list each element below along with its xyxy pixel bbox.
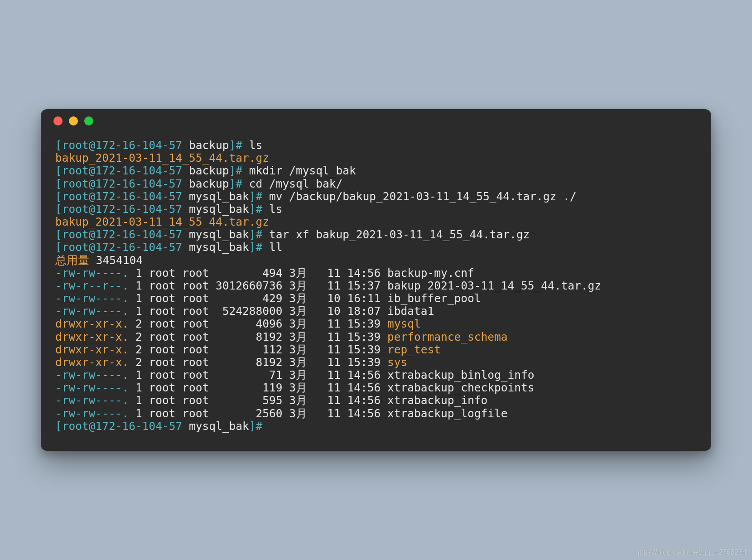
ll-row: -rw-rw----. 1 root root 494 3月 11 14:56 …: [55, 267, 697, 280]
ll-file-name: ib_buffer_pool: [387, 292, 481, 305]
prompt-bracket: ]#: [229, 139, 243, 152]
command-text: tar xf bakup_2021-03-11_14_55_44.tar.gz: [269, 228, 530, 241]
terminal-line: [root@172-16-104-57 mysql_bak]# tar xf b…: [55, 228, 697, 241]
terminal-window: [root@172-16-104-57 backup]# lsbakup_202…: [41, 109, 711, 451]
prompt-user-host: root@172-16-104-57: [62, 177, 183, 190]
prompt-bracket: [: [55, 139, 62, 152]
ll-file-name: xtrabackup_logfile: [387, 407, 508, 420]
ll-perm: drwxr-xr-x.: [55, 330, 129, 343]
ll-meta: 1 root root 595 3月 11 14:56: [129, 394, 387, 407]
terminal-line: bakup_2021-03-11_14_55_44.tar.gz: [55, 152, 697, 164]
prompt-user-host: root@172-16-104-57: [62, 164, 183, 177]
prompt-bracket: ]#: [229, 164, 243, 177]
window-titlebar: [41, 109, 711, 133]
ll-perm: -rw-rw----.: [55, 407, 129, 420]
command-text: mv /backup/bakup_2021-03-11_14_55_44.tar…: [269, 190, 577, 203]
prompt-bracket: ]#: [249, 420, 263, 433]
prompt-bracket: [: [55, 177, 62, 190]
ll-dir-name: sys: [387, 356, 407, 369]
ll-perm: -rw-rw----.: [55, 304, 129, 318]
ll-dir-name: rep_test: [387, 343, 441, 356]
prompt-user-host: root@172-16-104-57: [62, 190, 183, 203]
ll-row: drwxr-xr-x. 2 root root 8192 3月 11 15:39…: [55, 356, 697, 369]
prompt-dir: backup: [189, 164, 229, 177]
ll-perm: -rw-rw----.: [55, 394, 129, 407]
ll-total-label: 总用量: [55, 254, 89, 267]
ll-meta: 1 root root 71 3月 11 14:56: [129, 368, 387, 381]
prompt-bracket: ]#: [249, 241, 263, 254]
maximize-icon[interactable]: [84, 116, 93, 126]
terminal-line: [root@172-16-104-57 mysql_bak]# ls: [55, 203, 697, 216]
command-text: ll: [269, 241, 283, 254]
minimize-icon[interactable]: [69, 116, 78, 126]
prompt-bracket: [: [55, 228, 62, 241]
terminal-line: 总用量 3454104: [55, 254, 697, 267]
terminal-line: [root@172-16-104-57 backup]# mkdir /mysq…: [55, 164, 697, 177]
terminal-line: [root@172-16-104-57 backup]# cd /mysql_b…: [55, 178, 697, 190]
watermark-text: https://blog.csdn.net/qq_42768234: [635, 548, 747, 556]
prompt-bracket: ]#: [249, 190, 263, 203]
prompt-bracket: [: [55, 164, 62, 177]
prompt-dir: mysql_bak: [189, 241, 249, 254]
ll-perm: -rw-r--r--.: [55, 279, 129, 292]
ll-row: -rw-rw----. 1 root root 429 3月 10 16:11 …: [55, 292, 697, 305]
prompt-bracket: ]#: [249, 228, 263, 241]
ll-file-name: ibdata1: [387, 304, 434, 318]
ls-output-file: bakup_2021-03-11_14_55_44.tar.gz: [55, 151, 269, 164]
ll-perm: drwxr-xr-x.: [55, 317, 129, 330]
prompt-user-host: root@172-16-104-57: [62, 420, 183, 433]
prompt-bracket: ]#: [229, 177, 243, 190]
ll-row: -rw-rw----. 1 root root 119 3月 11 14:56 …: [55, 381, 697, 394]
ll-meta: 1 root root 3012660736 3月 11 15:37: [129, 279, 387, 292]
ll-meta: 1 root root 494 3月 11 14:56: [129, 266, 387, 280]
command-text: mkdir /mysql_bak: [249, 164, 356, 177]
ll-meta: 1 root root 524288000 3月 10 18:07: [129, 304, 387, 318]
ll-row: drwxr-xr-x. 2 root root 8192 3月 11 15:39…: [55, 331, 697, 343]
ll-file-name: xtrabackup_checkpoints: [387, 381, 535, 394]
ll-meta: 1 root root 119 3月 11 14:56: [129, 381, 387, 394]
ll-file-name: bakup_2021-03-11_14_55_44.tar.gz: [387, 279, 601, 292]
ll-total-number: 3454104: [96, 254, 143, 267]
prompt-bracket: [: [55, 203, 62, 216]
ll-perm: -rw-rw----.: [55, 266, 129, 280]
ll-file-name: backup-my.cnf: [387, 266, 474, 280]
close-icon[interactable]: [53, 116, 63, 126]
prompt-dir: backup: [189, 177, 229, 190]
ll-perm: -rw-rw----.: [55, 381, 129, 394]
prompt-bracket: [: [55, 190, 62, 203]
ll-row: drwxr-xr-x. 2 root root 4096 3月 11 15:39…: [55, 318, 697, 330]
ll-perm: drwxr-xr-x.: [55, 356, 129, 369]
prompt-bracket: [: [55, 420, 62, 433]
prompt-user-host: root@172-16-104-57: [62, 203, 183, 216]
command-text: cd /mysql_bak/: [249, 177, 343, 190]
ll-row: -rw-r--r--. 1 root root 3012660736 3月 11…: [55, 280, 697, 292]
ll-meta: 1 root root 429 3月 10 16:11: [129, 292, 387, 305]
terminal-line: bakup_2021-03-11_14_55_44.tar.gz: [55, 216, 697, 228]
prompt-dir: mysql_bak: [189, 190, 249, 203]
terminal-line: [root@172-16-104-57 mysql_bak]#: [55, 420, 697, 433]
ll-perm: -rw-rw----.: [55, 368, 129, 381]
prompt-bracket: ]#: [249, 203, 263, 216]
prompt-dir: backup: [189, 139, 229, 152]
ll-meta: 2 root root 4096 3月 11 15:39: [129, 317, 387, 330]
prompt-dir: mysql_bak: [189, 228, 249, 241]
ll-meta: 2 root root 112 3月 11 15:39: [129, 343, 387, 356]
ll-file-name: xtrabackup_info: [387, 394, 487, 407]
ll-perm: -rw-rw----.: [55, 292, 129, 305]
ll-meta: 2 root root 8192 3月 11 15:39: [129, 356, 387, 369]
ll-dir-name: mysql: [387, 317, 421, 330]
prompt-bracket: [: [55, 241, 62, 254]
terminal-content[interactable]: [root@172-16-104-57 backup]# lsbakup_202…: [41, 133, 711, 433]
ll-row: drwxr-xr-x. 2 root root 112 3月 11 15:39 …: [55, 343, 697, 356]
terminal-line: [root@172-16-104-57 backup]# ls: [55, 139, 697, 152]
ll-row: -rw-rw----. 1 root root 524288000 3月 10 …: [55, 305, 697, 318]
prompt-user-host: root@172-16-104-57: [62, 139, 183, 152]
command-text: ls: [249, 139, 263, 152]
ll-file-name: xtrabackup_binlog_info: [387, 368, 535, 381]
command-text: ls: [269, 203, 283, 216]
ll-perm: drwxr-xr-x.: [55, 343, 129, 356]
terminal-line: [root@172-16-104-57 mysql_bak]# mv /back…: [55, 190, 697, 203]
prompt-dir: mysql_bak: [189, 420, 249, 433]
prompt-user-host: root@172-16-104-57: [62, 241, 183, 254]
ls-output-file: bakup_2021-03-11_14_55_44.tar.gz: [55, 215, 269, 228]
